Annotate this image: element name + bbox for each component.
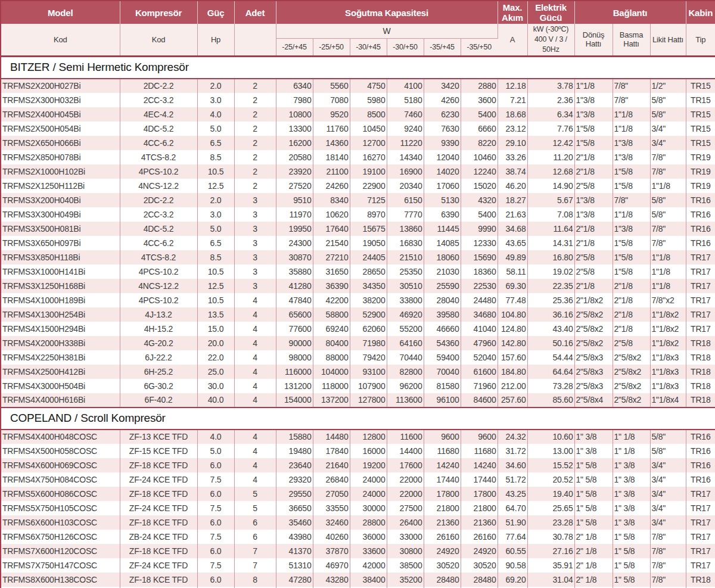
cell-model-kod: TRFMS3X650H097Bi <box>1 236 120 250</box>
cell-kabin-tip: TR17 <box>686 265 715 279</box>
cell-basma-hatti: 2"1/8 <box>613 279 650 293</box>
cell-elektrik-gucu: 5.67 <box>527 193 574 207</box>
elektrik-line2: Gücü <box>540 13 562 23</box>
cell-likit-hatti: 3/4" <box>650 501 686 515</box>
cell-cap-25-45: 27520 <box>276 179 313 193</box>
cell-cap-35-45: 26160 <box>424 530 461 544</box>
cell-cap-25-45: 23640 <box>276 458 313 472</box>
cell-kompresor-kod: 2CC-3.2 <box>120 93 197 107</box>
cell-adet: 7 <box>234 544 276 558</box>
cell-guc-hp: 7.5 <box>197 472 234 487</box>
subheader-elektrik-kw: kW (-30ºC) 400 V / 3 / 50Hz <box>527 24 574 56</box>
cell-cap-35-50: 71960 <box>461 379 498 393</box>
cell-elektrik-gucu: 2.36 <box>527 93 574 107</box>
subheader-kompresor-kod: Kod <box>120 24 197 56</box>
cell-donus-hatti: 2"5/8 <box>574 250 613 265</box>
cell-cap-35-45: 5130 <box>424 193 461 207</box>
cell-kompresor-kod: 4EC-4.2 <box>120 107 197 122</box>
cell-cap-25-50: 40260 <box>313 530 350 544</box>
cell-elektrik-gucu: 14.90 <box>527 179 574 193</box>
cell-cap-30-50: 11600 <box>387 430 424 444</box>
cell-elektrik-gucu: 85.60 <box>527 393 574 407</box>
cell-likit-hatti: 1"1/8 <box>650 279 686 293</box>
cell-kompresor-kod: 4DC-5.2 <box>120 222 197 236</box>
cell-kabin-tip: TR15 <box>686 79 715 93</box>
cell-elektrik-gucu: 10.60 <box>527 430 574 444</box>
cell-cap-30-50: 55200 <box>387 322 424 336</box>
cell-basma-hatti: 2"1/8 <box>613 293 650 307</box>
cell-adet: 2 <box>234 107 276 122</box>
table-row: TRFMS3X1000H141Bi4PCS-10.210.53358803165… <box>1 265 715 279</box>
cell-elektrik-gucu: 43.40 <box>527 322 574 336</box>
cell-cap-30-50: 7770 <box>387 207 424 222</box>
cell-kompresor-kod: 6G-30.2 <box>120 379 197 393</box>
cell-max-akim: 24.32 <box>498 430 527 444</box>
cell-elektrik-gucu: 11.20 <box>527 150 574 164</box>
cell-cap-35-45: 28480 <box>424 573 461 587</box>
cell-cap-30-45: 30000 <box>350 501 387 515</box>
cell-basma-hatti: 1"5/8 <box>613 164 650 179</box>
cell-elektrik-gucu: 54.44 <box>527 350 574 365</box>
cell-adet: 2 <box>234 179 276 193</box>
cell-donus-hatti: 1"5/8 <box>574 136 613 150</box>
cell-cap-30-45: 12800 <box>350 430 387 444</box>
cell-elektrik-gucu: 19.40 <box>527 487 574 501</box>
cell-kompresor-kod: ZF-18 KCE TFD <box>120 487 197 501</box>
cell-elektrik-gucu: 7.76 <box>527 122 574 136</box>
cell-cap-25-50: 46970 <box>313 558 350 573</box>
col-header-baglanti: Bağlantı <box>574 1 686 24</box>
cell-model-kod: TRFMS2X650H066Bi <box>1 136 120 150</box>
subheader-temp-25-50: -25/+50 <box>313 38 350 56</box>
cell-cap-25-50: 31650 <box>313 265 350 279</box>
cell-guc-hp: 4.0 <box>197 107 234 122</box>
cell-likit-hatti: 7/8" <box>650 150 686 164</box>
cell-likit-hatti: 7/8" <box>650 236 686 250</box>
cell-cap-25-45: 77600 <box>276 322 313 336</box>
cell-max-akim: 69.20 <box>498 573 527 587</box>
cell-cap-25-45: 90000 <box>276 336 313 350</box>
cell-cap-30-50: 17600 <box>387 458 424 472</box>
cell-guc-hp: 6.0 <box>197 544 234 558</box>
cell-kabin-tip: TR15 <box>686 136 715 150</box>
cell-max-akim: 58.11 <box>498 265 527 279</box>
cell-adet: 5 <box>234 487 276 501</box>
cell-cap-30-50: 21510 <box>387 250 424 265</box>
cell-guc-hp: 13.5 <box>197 307 234 322</box>
cell-elektrik-gucu: 25.36 <box>527 293 574 307</box>
cell-donus-hatti: 2" 1/8 <box>574 573 613 587</box>
cell-kabin-tip: TR17 <box>686 530 715 544</box>
cell-guc-hp: 25.0 <box>197 365 234 379</box>
cell-cap-35-45: 25590 <box>424 279 461 293</box>
cell-kompresor-kod: 4NCS-12.2 <box>120 179 197 193</box>
cell-kompresor-kod: 4H-15.2 <box>120 322 197 336</box>
cell-kabin-tip: TR16 <box>686 458 715 472</box>
cell-max-akim: 69.30 <box>498 279 527 293</box>
cell-model-kod: TRFMS8X600H138COSC <box>1 573 120 587</box>
subheader-kabin-tip: Tip <box>686 24 715 56</box>
subheader-donus-hatti: Dönüş Hattı <box>574 24 613 56</box>
cell-adet: 2 <box>234 79 276 93</box>
cell-cap-35-45: 70040 <box>424 365 461 379</box>
subheader-adet-empty <box>234 24 276 56</box>
cell-cap-35-45: 59400 <box>424 350 461 365</box>
cell-cap-30-45: 79420 <box>350 350 387 365</box>
col-header-sogutma-kapasitesi: Soğutma Kapasitesi <box>276 1 498 24</box>
cell-kabin-tip: TR16 <box>686 472 715 487</box>
cell-cap-35-50: 9990 <box>461 222 498 236</box>
table-row: TRFMS4X4000H616Bi6F-40.240.0415400013720… <box>1 393 715 407</box>
table-row: TRFMS4X1300H254Bi4J-13.213.5465600588005… <box>1 307 715 322</box>
cell-donus-hatti: 1" 5/8 <box>574 487 613 501</box>
cell-likit-hatti: 1/2" <box>650 79 686 93</box>
cell-guc-hp: 4.0 <box>197 430 234 444</box>
cell-kompresor-kod: ZF-13 KCE TFD <box>120 430 197 444</box>
cell-guc-hp: 6.0 <box>197 487 234 501</box>
col-header-kabin: Kabin <box>686 1 715 24</box>
cell-donus-hatti: 2"1/8 <box>574 164 613 179</box>
cell-elektrik-gucu: 12.42 <box>527 136 574 150</box>
table-row: TRFMS2X1000H102Bi4PCS-10.210.52239202110… <box>1 164 715 179</box>
cell-donus-hatti: 2"1/8 <box>574 222 613 236</box>
cell-model-kod: TRFMS4X2250H381Bi <box>1 350 120 365</box>
cell-adet: 6 <box>234 530 276 544</box>
cell-max-akim: 34.68 <box>498 222 527 236</box>
cell-basma-hatti: 1"5/8 <box>613 179 650 193</box>
